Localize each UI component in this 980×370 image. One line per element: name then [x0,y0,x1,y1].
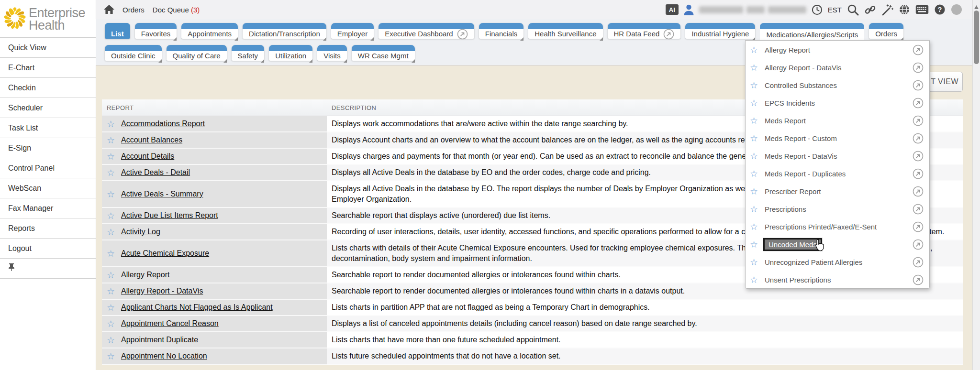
report-link-active-deals-summary[interactable]: Active Deals - Summary [121,190,203,198]
tab-visits[interactable]: Visits [317,45,347,61]
favorite-star-icon[interactable]: ☆ [750,116,759,125]
favorite-star-icon[interactable]: ☆ [107,136,115,145]
sidebar-item-e-chart[interactable]: E-Chart [0,58,96,78]
open-report-icon[interactable] [913,133,924,144]
favorite-star-icon[interactable]: ☆ [107,152,115,161]
open-report-icon[interactable] [913,186,924,197]
favorite-star-icon[interactable]: ☆ [750,152,759,161]
favorite-star-icon[interactable]: ☆ [107,228,115,237]
user-icon[interactable] [684,4,694,15]
favorite-star-icon[interactable]: ☆ [750,134,759,143]
report-link-active-deals-detail[interactable]: Active Deals - Detail [121,168,190,177]
sidebar-item-control-panel[interactable]: Control Panel [0,158,96,178]
report-link-activity-log[interactable]: Activity Log [121,228,160,236]
tab-list[interactable]: List [105,23,130,39]
home-icon[interactable] [104,5,114,14]
help-icon[interactable]: ? [934,4,946,15]
menu-item-epcs-incidents[interactable]: ☆EPCS Incidents [746,94,929,112]
open-report-icon[interactable] [913,44,924,55]
favorite-star-icon[interactable]: ☆ [107,287,115,296]
favorite-star-icon[interactable]: ☆ [107,249,115,258]
report-link-account-details[interactable]: Account Details [121,152,174,161]
open-in-new-icon[interactable] [457,29,468,40]
open-report-icon[interactable] [913,80,924,91]
menu-item-unsent-prescriptions[interactable]: ☆Unsent Prescriptions [746,271,929,289]
tab-outside-clinic[interactable]: Outside Clinic [105,45,162,61]
report-link-appointment-cancel-reason[interactable]: Appointment Cancel Reason [121,319,219,328]
open-report-icon[interactable] [913,115,924,126]
tab-favorites[interactable]: Favorites [135,23,177,39]
breadcrumb-orders[interactable]: Orders [122,6,145,14]
sidebar-item-webscan[interactable]: WebScan [0,178,96,198]
report-link-applicant-charts-not-flagged-as-is-applicant[interactable]: Applicant Charts Not Flagged as Is Appli… [121,303,273,312]
sidebar-item-scheduler[interactable]: Scheduler [0,98,96,118]
link-icon[interactable] [864,4,876,16]
globe-icon[interactable] [899,4,910,15]
favorite-star-icon[interactable]: ☆ [750,258,759,267]
report-link-active-due-list-items-report[interactable]: Active Due List Items Report [121,211,218,220]
open-report-icon[interactable] [913,98,924,109]
tab-quality-of-care[interactable]: Quality of Care [167,45,227,61]
report-link-acute-chemical-exposure[interactable]: Acute Chemical Exposure [121,249,209,258]
favorite-star-icon[interactable]: ☆ [750,63,759,72]
scrollbar-thumb[interactable] [974,11,979,64]
open-report-icon[interactable] [913,257,924,268]
favorite-star-icon[interactable]: ☆ [107,120,115,129]
tab-health-surveillance[interactable]: Health Surveillance [528,23,602,39]
keyboard-icon[interactable] [915,5,929,14]
report-link-allergy-report[interactable]: Allergy Report [121,271,169,279]
menu-item-prescriptions[interactable]: ☆Prescriptions [746,200,929,218]
favorite-star-icon[interactable]: ☆ [107,336,115,345]
tab-industrial-hygiene[interactable]: Industrial Hygiene [685,23,755,39]
breadcrumb-doc-queue[interactable]: Doc Queue (3) [153,6,200,14]
open-report-icon[interactable] [913,151,924,162]
tab-hr-data-feed[interactable]: HR Data Feed [608,23,681,39]
favorite-star-icon[interactable]: ☆ [107,190,115,199]
avatar[interactable] [951,4,962,15]
favorite-star-icon[interactable]: ☆ [107,303,115,312]
tab-executive-dashboard[interactable]: Executive Dashboard [379,23,474,39]
menu-item-prescriber-report[interactable]: ☆Prescriber Report [746,183,929,200]
menu-item-controlled-substances[interactable]: ☆Controlled Substances [746,76,929,94]
tab-dictation-transcription[interactable]: Dictation/Transcription [243,23,326,39]
favorite-star-icon[interactable]: ☆ [750,240,759,249]
menu-item-allergy-report-datavis[interactable]: ☆Allergy Report - DataVis [746,59,929,76]
menu-item-prescriptions-printed-faxed-e-sent[interactable]: ☆Prescriptions Printed/Faxed/E-Sent [746,218,929,236]
tab-safety[interactable]: Safety [232,45,265,61]
sidebar-item-fax-manager[interactable]: Fax Manager [0,198,96,218]
tab-utilization[interactable]: Utilization [269,45,312,61]
sidebar-item-e-sign[interactable]: E-Sign [0,138,96,158]
menu-item-uncoded-meds[interactable]: ☆Uncoded Meds [746,236,929,253]
sidebar-item-quick-view[interactable]: Quick View [0,38,96,58]
favorite-star-icon[interactable]: ☆ [750,222,759,231]
menu-item-meds-report[interactable]: ☆Meds Report [746,112,929,130]
open-report-icon[interactable] [913,204,924,215]
sidebar-item-logout[interactable]: Logout [0,239,96,259]
ai-badge[interactable]: AI [666,4,679,15]
favorite-star-icon[interactable]: ☆ [750,81,759,90]
sidebar-item-task-list[interactable]: Task List [0,118,96,138]
open-report-icon[interactable] [913,168,924,179]
open-in-new-icon[interactable] [663,29,674,40]
tab-medications-allergies-scripts[interactable]: Medications/Allergies/Scripts [760,23,864,40]
pin-sidebar-button[interactable] [0,259,96,279]
favorite-star-icon[interactable]: ☆ [107,168,115,177]
tab-wr-case-mgmt[interactable]: WR Case Mgmt [352,45,415,61]
search-icon[interactable] [847,4,859,16]
sidebar-item-reports[interactable]: Reports [0,218,96,239]
open-report-icon[interactable] [913,274,924,285]
tab-financials[interactable]: Financials [479,23,524,39]
report-link-appointment-no-location[interactable]: Appointment No Location [121,352,207,360]
menu-item-allergy-report[interactable]: ☆Allergy Report [746,41,929,59]
menu-item-unrecognized-patient-allergies[interactable]: ☆Unrecognized Patient Allergies [746,253,929,271]
vertical-scrollbar[interactable] [972,0,980,370]
menu-item-meds-report-datavis[interactable]: ☆Meds Report - DataVis [746,147,929,165]
clock-icon[interactable] [812,4,823,15]
tab-employer[interactable]: Employer [331,23,374,39]
report-link-allergy-report-datavis[interactable]: Allergy Report - DataVis [121,287,203,295]
favorite-star-icon[interactable]: ☆ [750,45,759,54]
open-report-icon[interactable] [913,62,924,73]
favorite-star-icon[interactable]: ☆ [107,211,115,220]
favorite-star-icon[interactable]: ☆ [107,352,115,361]
tab-orders[interactable]: Orders [869,23,903,39]
